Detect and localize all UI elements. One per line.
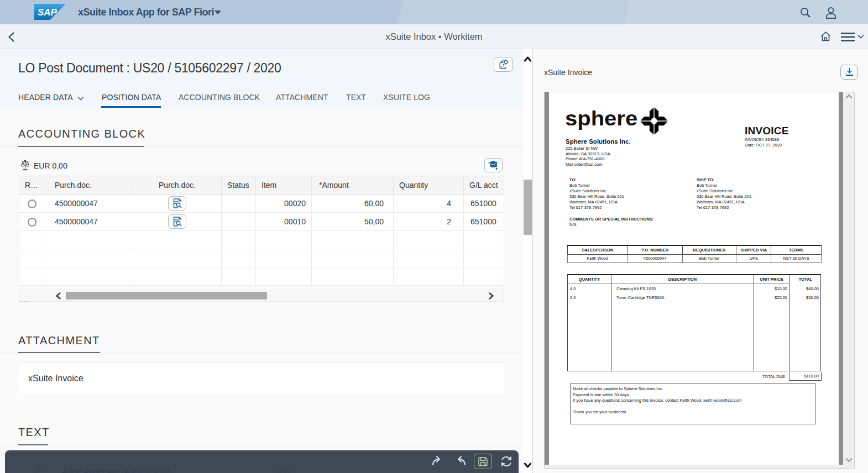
svg-text:SAP: SAP [38, 7, 57, 18]
